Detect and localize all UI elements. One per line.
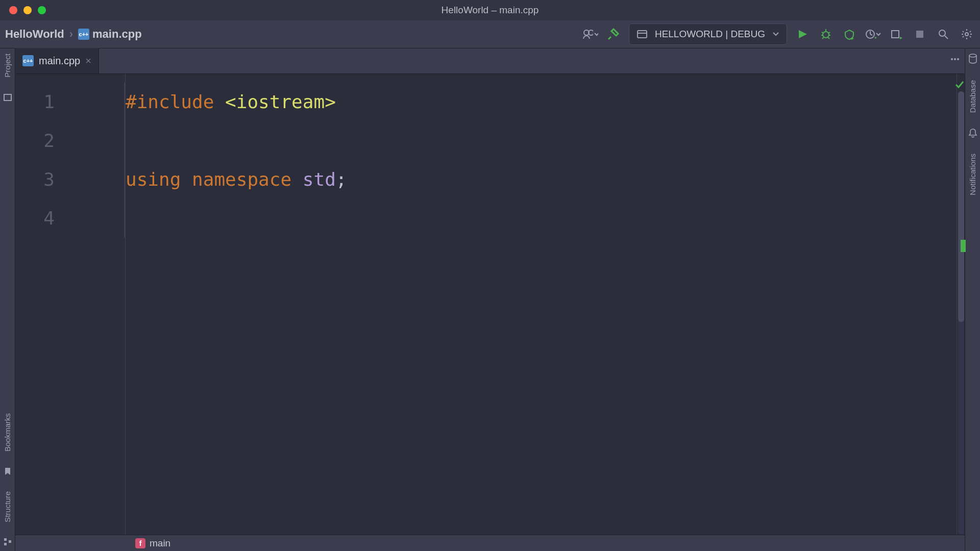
vertical-scrollbar[interactable] — [958, 91, 964, 535]
svg-rect-16 — [916, 31, 923, 38]
cpp-file-icon: c++ — [22, 55, 34, 66]
line-number[interactable]: 4 — [15, 208, 64, 229]
build-button[interactable] — [605, 26, 622, 42]
chevron-down-icon — [772, 31, 779, 38]
svg-point-4 — [823, 32, 829, 38]
run-configuration-selector[interactable]: HELLOWORLD | DEBUG — [629, 23, 787, 45]
svg-line-6 — [822, 32, 823, 33]
tool-project[interactable]: Project — [3, 54, 12, 78]
run-button[interactable] — [794, 26, 811, 42]
application-icon — [636, 29, 648, 40]
structure-icon[interactable] — [4, 538, 12, 546]
gutter: 1234 — [15, 74, 125, 535]
cpp-file-icon: c++ — [78, 29, 89, 40]
close-tab-button[interactable]: × — [85, 55, 91, 67]
breadcrumb-separator: › — [69, 28, 73, 41]
attach-button[interactable] — [888, 26, 904, 42]
code-crumb-bar: f main — [15, 535, 965, 551]
tool-bookmarks[interactable]: Bookmarks — [3, 413, 12, 452]
close-window-button[interactable] — [9, 6, 17, 14]
svg-rect-2 — [638, 31, 647, 38]
svg-line-18 — [945, 36, 948, 39]
editor-tab-main[interactable]: c++ main.cpp × — [15, 48, 99, 73]
svg-point-19 — [965, 33, 968, 36]
titlebar: HelloWorld – main.cpp — [0, 0, 980, 20]
svg-point-17 — [939, 30, 945, 36]
toolbar: HelloWorld › c++ main.cpp HELLOWORLD | D… — [0, 20, 980, 48]
stop-button[interactable] — [912, 26, 928, 42]
svg-rect-20 — [4, 94, 11, 101]
line-number[interactable]: 3 — [15, 169, 64, 190]
left-tool-rail: Project Bookmarks Structure — [0, 48, 15, 551]
project-files-icon[interactable] — [3, 93, 12, 102]
gutter-row[interactable]: 3 — [15, 160, 125, 198]
svg-point-26 — [957, 58, 959, 60]
svg-rect-22 — [4, 543, 7, 545]
code-with-me-button[interactable] — [582, 26, 598, 42]
tool-structure[interactable]: Structure — [3, 491, 12, 522]
code-line[interactable] — [126, 121, 957, 160]
function-icon: f — [135, 538, 145, 548]
scrollbar-thumb[interactable] — [958, 91, 964, 322]
token-header: <iostream> — [225, 91, 336, 112]
code-line[interactable]: #include <iostream> — [126, 82, 957, 121]
search-everywhere-button[interactable] — [935, 26, 951, 42]
tool-notifications[interactable]: Notifications — [968, 154, 977, 195]
breadcrumb-project[interactable]: HelloWorld — [5, 28, 64, 41]
svg-point-24 — [951, 58, 953, 60]
code-line[interactable] — [126, 198, 957, 237]
code-line[interactable]: using namespace std; — [126, 160, 957, 198]
window-controls — [0, 6, 46, 14]
gutter-row[interactable]: 4 — [15, 198, 125, 237]
token-keyword: namespace — [192, 169, 303, 190]
tab-label: main.cpp — [39, 55, 80, 67]
bookmark-icon[interactable] — [4, 467, 12, 476]
tool-database[interactable]: Database — [968, 80, 977, 113]
line-number[interactable]: 1 — [15, 91, 64, 112]
debug-button[interactable] — [818, 26, 834, 42]
token-keyword: using — [126, 169, 192, 190]
editor-tabs: c++ main.cpp × — [15, 48, 965, 74]
svg-line-14 — [870, 34, 872, 35]
svg-rect-23 — [9, 540, 11, 543]
coverage-button[interactable] — [841, 26, 857, 42]
svg-point-25 — [954, 58, 956, 60]
svg-line-7 — [828, 32, 830, 33]
editor[interactable]: 1234 #include <iostream>using namespace … — [15, 74, 965, 535]
profile-button[interactable] — [865, 26, 881, 42]
inspection-ok-icon[interactable] — [954, 79, 965, 92]
tabs-more-button[interactable] — [950, 55, 960, 66]
minimize-window-button[interactable] — [23, 6, 32, 14]
window-title: HelloWorld – main.cpp — [442, 5, 539, 16]
svg-rect-21 — [4, 538, 7, 541]
change-marker[interactable] — [961, 240, 966, 252]
code-area[interactable]: #include <iostream>using namespace std; — [125, 74, 957, 535]
token-plain: ; — [336, 169, 347, 190]
gutter-row[interactable]: 2 — [15, 121, 125, 160]
crumb-function[interactable]: main — [150, 538, 170, 549]
svg-line-11 — [828, 37, 829, 39]
notifications-icon[interactable] — [968, 128, 977, 138]
breadcrumb: HelloWorld › c++ main.cpp — [5, 28, 142, 41]
line-number[interactable]: 2 — [15, 130, 64, 151]
marker-strip[interactable] — [957, 74, 965, 535]
svg-line-10 — [822, 37, 824, 39]
breadcrumb-file: main.cpp — [92, 28, 142, 41]
right-tool-rail: Database Notifications — [965, 48, 980, 551]
maximize-window-button[interactable] — [38, 6, 46, 14]
run-config-label: HELLOWORLD | DEBUG — [655, 29, 765, 40]
settings-button[interactable] — [959, 26, 975, 42]
database-icon[interactable] — [968, 54, 977, 65]
breadcrumb-file-item[interactable]: c++ main.cpp — [78, 28, 142, 41]
token-include: #include — [126, 91, 225, 112]
svg-rect-15 — [892, 31, 899, 38]
gutter-row[interactable]: 1 — [15, 82, 125, 121]
token-ns: std — [303, 169, 336, 190]
svg-point-27 — [969, 54, 976, 57]
